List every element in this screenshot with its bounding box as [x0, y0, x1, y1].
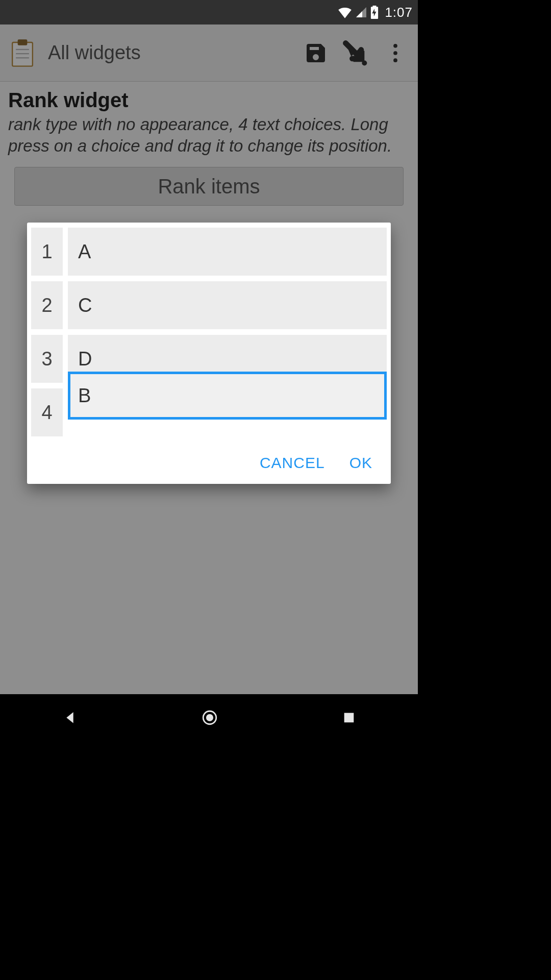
svg-rect-11 [344, 713, 354, 723]
rank-dialog: 1 2 3 4 A C D B CANCEL OK [27, 223, 391, 484]
navigation-bar [0, 694, 418, 743]
rank-item-label: A [78, 241, 91, 263]
rank-number: 4 [31, 388, 63, 436]
cancel-button[interactable]: CANCEL [260, 454, 325, 472]
rank-number: 3 [31, 335, 63, 383]
status-clock: 1:07 [385, 5, 413, 20]
battery-charging-icon [370, 6, 379, 19]
rank-item-dragging[interactable]: B [68, 372, 387, 420]
rank-item[interactable]: A [68, 228, 387, 276]
cell-signal-icon [355, 6, 367, 18]
wifi-icon [338, 6, 352, 18]
rank-item-label: D [78, 348, 92, 370]
nav-home-icon[interactable] [201, 709, 218, 728]
nav-recent-icon[interactable] [342, 710, 356, 727]
status-bar: 1:07 [0, 0, 418, 24]
rank-item[interactable]: C [68, 281, 387, 329]
ok-button[interactable]: OK [349, 454, 372, 472]
dialog-actions: CANCEL OK [31, 439, 387, 480]
nav-back-icon[interactable] [62, 709, 78, 728]
rank-number: 2 [31, 281, 63, 329]
rank-item-label: B [78, 385, 91, 407]
rank-item-label: C [78, 295, 92, 316]
svg-point-10 [206, 714, 213, 721]
rank-number: 1 [31, 228, 63, 276]
rank-list: 1 2 3 4 A C D B [31, 228, 387, 439]
